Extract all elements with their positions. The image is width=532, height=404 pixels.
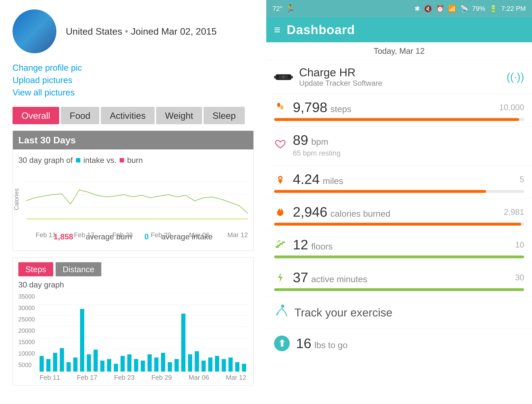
track-exercise-label: Track your exercise [294, 306, 393, 319]
hamburger-menu[interactable]: ≡ [274, 24, 280, 36]
cal-progress-fill [274, 223, 521, 225]
miles-progress-fill [274, 190, 486, 193]
metric-hr-left: 89 bpm 65 bpm resting [274, 132, 341, 157]
burn-label: burn [127, 156, 143, 165]
metric-steps[interactable]: 9,798 steps 10,000 [266, 94, 532, 127]
running-icon [274, 304, 288, 321]
svg-rect-20 [94, 350, 98, 372]
svg-rect-17 [73, 358, 77, 372]
tracker-details: Charge HR Update Tracker Software [299, 66, 382, 87]
svg-point-51 [279, 177, 281, 179]
metric-hr-values: 89 bpm 65 bpm resting [293, 132, 341, 157]
steps-tab-steps[interactable]: Steps [18, 262, 53, 276]
floors-unit: floors [311, 241, 333, 251]
x-label-1: Feb 17 [74, 231, 95, 239]
y-label-0: 5000 [18, 362, 35, 368]
chart-header: Last 30 Days [13, 131, 253, 149]
bar-x-2: Feb 23 [114, 374, 135, 381]
svg-rect-41 [235, 362, 240, 372]
svg-rect-31 [168, 362, 172, 372]
bar-chart-svg [38, 293, 248, 372]
svg-rect-40 [228, 358, 233, 372]
svg-rect-39 [222, 359, 226, 372]
cal-progress-bg [274, 223, 524, 225]
weight-icon: ⬆ [274, 336, 290, 351]
tab-overall[interactable]: Overall [13, 107, 59, 124]
app-header: ≡ Dashboard [266, 17, 532, 42]
line-chart [26, 169, 248, 229]
hr-unit: bpm [311, 137, 328, 147]
weight-value: 16 [296, 336, 311, 351]
upload-pictures-link[interactable]: Upload pictures [13, 75, 254, 85]
x-label-0: Feb 11 [36, 231, 56, 239]
bar-x-0: Feb 11 [40, 374, 60, 381]
tracker-device-icon [274, 71, 293, 83]
stairs-icon [274, 238, 287, 251]
svg-rect-47 [291, 76, 293, 78]
tab-sleep[interactable]: Sleep [204, 107, 245, 124]
tab-activities[interactable]: Activities [101, 107, 155, 124]
change-profile-pic-link[interactable]: Change profile pic [13, 63, 254, 73]
weight-row[interactable]: ⬆ 16 lbs to go [266, 328, 532, 359]
svg-rect-42 [242, 364, 246, 372]
cal-goal: 2,981 [504, 207, 524, 217]
metric-cal-values: 2,946 calories burned [293, 204, 390, 220]
flame-icon [274, 206, 287, 218]
metric-floors-left: 12 floors [274, 237, 333, 253]
tracker-info: Charge HR Update Tracker Software [274, 66, 382, 87]
view-all-pictures-link[interactable]: View all pictures [13, 87, 254, 97]
svg-rect-56 [276, 246, 279, 248]
steps-unit: steps [330, 104, 351, 114]
x-axis-labels: Feb 11 Feb 17 Feb 23 Feb 29 Mar 06 Mar 1… [36, 230, 248, 240]
svg-point-49 [280, 105, 284, 109]
metric-heart-rate[interactable]: 89 bpm 65 bpm resting [266, 127, 532, 166]
steps-tab-distance[interactable]: Distance [56, 262, 101, 276]
metric-am-top: 37 active minutes 30 [274, 269, 524, 285]
right-panel: 72° 🏃 ✱ 🔇 ⏰ 📶 📡 79% 🔋 7:22 PM ≡ Dashboar… [266, 0, 532, 404]
svg-rect-24 [120, 356, 125, 372]
metric-am-left: 37 active minutes [274, 269, 367, 285]
y-label-5: 30000 [18, 305, 35, 311]
svg-rect-27 [141, 361, 145, 372]
miles-progress-bg [274, 190, 524, 193]
svg-rect-28 [147, 354, 152, 372]
svg-rect-35 [195, 351, 199, 372]
steps-y-labels: 35000 30000 25000 20000 15000 10000 5000 [18, 293, 35, 372]
metric-miles[interactable]: 4.24 miles 5 [266, 166, 532, 199]
am-goal: 30 [515, 273, 524, 282]
svg-rect-16 [67, 362, 71, 372]
track-exercise-row[interactable]: Track your exercise [266, 297, 532, 328]
svg-marker-57 [276, 240, 281, 242]
metric-active-minutes[interactable]: 37 active minutes 30 [266, 264, 532, 297]
svg-rect-19 [87, 354, 91, 372]
svg-rect-26 [134, 359, 138, 372]
last-30-days-section: Last 30 Days 30 day graph of intake vs. … [13, 130, 254, 251]
dashboard-content: Charge HR Update Tracker Software ((·)) [266, 60, 532, 404]
metric-floors[interactable]: 12 floors 10 [266, 231, 532, 264]
svg-rect-37 [208, 358, 212, 372]
tab-food[interactable]: Food [61, 107, 99, 124]
metric-steps-top: 9,798 steps 10,000 [274, 99, 524, 115]
metric-calories[interactable]: 2,946 calories burned 2,981 [266, 199, 532, 231]
bolt-icon [274, 271, 287, 284]
svg-rect-34 [188, 354, 192, 372]
cal-unit: calories burned [330, 209, 390, 218]
steps-bar-chart: Feb 11 Feb 17 Feb 23 Feb 29 Mar 06 Mar 1… [38, 293, 248, 381]
svg-rect-46 [274, 76, 276, 78]
svg-rect-30 [161, 353, 165, 372]
separator [125, 30, 128, 32]
bar-x-4: Mar 06 [189, 374, 209, 381]
status-bar: 72° 🏃 ✱ 🔇 ⏰ 📶 📡 79% 🔋 7:22 PM [266, 0, 532, 17]
location-text: United States [66, 26, 122, 37]
x-label-4: Mar 06 [189, 231, 209, 239]
signal-icon: 📡 [460, 5, 468, 13]
profile-location: United States Joined Mar 02, 2015 [66, 26, 254, 37]
metric-miles-top: 4.24 miles 5 [274, 171, 524, 187]
svg-rect-53 [282, 242, 285, 243]
intake-label: intake vs. [83, 156, 116, 165]
tab-weight[interactable]: Weight [156, 107, 202, 124]
am-progress-fill [274, 288, 524, 291]
alarm-icon: ⏰ [436, 5, 444, 13]
miles-value: 4.24 [293, 171, 320, 187]
cal-value: 2,946 [293, 204, 327, 220]
